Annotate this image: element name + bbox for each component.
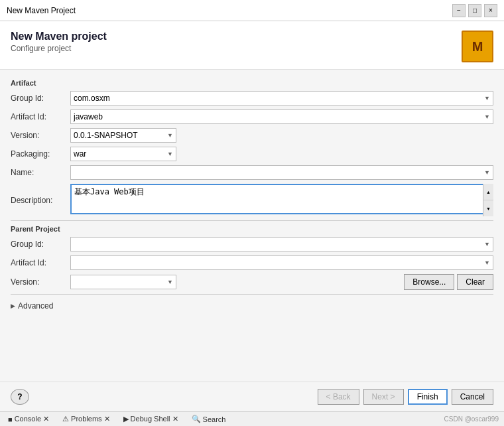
version-dropdown[interactable]: 0.0.1-SNAPSHOT ▼ xyxy=(70,128,176,143)
description-wrapper: 基本Java Web项目 ▲ ▼ xyxy=(70,184,493,216)
version-value: 0.0.1-SNAPSHOT xyxy=(74,131,138,140)
parent-group-id-row: Group Id: ▼ xyxy=(11,237,493,251)
cancel-button[interactable]: Cancel xyxy=(452,389,493,405)
packaging-dropdown[interactable]: war ▼ xyxy=(70,147,176,161)
window-controls: − □ × xyxy=(452,4,497,17)
artifact-section-header: Artifact xyxy=(11,79,493,87)
parent-artifact-id-row: Artifact Id: ▼ xyxy=(11,255,493,270)
advanced-section-header[interactable]: ▶ Advanced xyxy=(11,299,493,313)
packaging-value: war xyxy=(74,149,86,159)
group-id-arrow-icon: ▼ xyxy=(484,95,490,102)
next-button[interactable]: Next > xyxy=(363,389,404,405)
search-icon: 🔍 xyxy=(192,415,201,423)
debug-shell-tab[interactable]: ▶ Debug Shell ✕ xyxy=(121,414,181,424)
parent-version-row: Version: ▼ Browse... Clear xyxy=(11,274,493,290)
dialog-footer: ? < Back Next > Finish Cancel xyxy=(0,382,504,411)
description-spinners: ▲ ▼ xyxy=(483,184,493,216)
back-button[interactable]: < Back xyxy=(318,389,359,405)
dialog-content: Artifact Group Id: com.osxm ▼ Artifact I… xyxy=(0,70,504,382)
spinner-up-button[interactable]: ▲ xyxy=(483,184,493,200)
group-id-row: Group Id: com.osxm ▼ xyxy=(11,91,493,106)
artifact-id-label: Artifact Id: xyxy=(11,112,70,121)
search-label: Search xyxy=(203,415,226,423)
finish-button[interactable]: Finish xyxy=(408,389,448,405)
footer-buttons: < Back Next > Finish Cancel xyxy=(318,389,493,405)
description-label: Description: xyxy=(11,196,70,205)
name-dropdown[interactable]: ▼ xyxy=(70,165,493,180)
description-input[interactable]: 基本Java Web项目 xyxy=(70,184,493,214)
advanced-arrow-icon: ▶ xyxy=(11,303,15,309)
version-row: Version: 0.0.1-SNAPSHOT ▼ xyxy=(11,128,493,143)
artifact-id-arrow-icon: ▼ xyxy=(484,113,490,120)
name-arrow-icon: ▼ xyxy=(484,169,490,176)
dialog-header: New Maven project Configure project M xyxy=(0,21,504,70)
bottom-bar: ■ Console ✕ ⚠ Problems ✕ ▶ Debug Shell ✕… xyxy=(0,411,504,426)
title-bar: New Maven Project xyxy=(7,6,76,15)
parent-artifact-id-arrow-icon: ▼ xyxy=(484,259,490,266)
problems-label: Problems ✕ xyxy=(71,415,110,423)
artifact-id-dropdown[interactable]: javaweb ▼ xyxy=(70,109,493,124)
dialog-title: New Maven project xyxy=(11,31,107,42)
parent-version-arrow-icon: ▼ xyxy=(167,279,173,285)
artifact-id-value: javaweb xyxy=(74,112,103,121)
packaging-label: Packaging: xyxy=(11,149,70,159)
problems-icon: ⚠ xyxy=(62,415,69,423)
name-label: Name: xyxy=(11,168,70,177)
clear-button[interactable]: Clear xyxy=(457,274,493,290)
group-id-dropdown[interactable]: com.osxm ▼ xyxy=(70,91,493,106)
console-label: Console ✕ xyxy=(15,415,49,423)
search-tab[interactable]: 🔍 Search xyxy=(189,414,229,424)
group-id-label: Group Id: xyxy=(11,94,70,103)
maven-icon: M xyxy=(462,31,493,62)
console-icon: ■ xyxy=(8,415,13,423)
close-button[interactable]: × xyxy=(484,4,497,17)
artifact-id-row: Artifact Id: javaweb ▼ xyxy=(11,109,493,124)
parent-artifact-id-label: Artifact Id: xyxy=(11,258,70,267)
dialog-subtitle: Configure project xyxy=(11,44,107,53)
browse-button[interactable]: Browse... xyxy=(404,274,454,290)
parent-artifact-id-dropdown[interactable]: ▼ xyxy=(70,255,493,270)
name-row: Name: ▼ xyxy=(11,165,493,180)
debug-shell-label: Debug Shell ✕ xyxy=(131,415,178,423)
group-id-value: com.osxm xyxy=(74,94,110,103)
problems-tab[interactable]: ⚠ Problems ✕ xyxy=(60,414,113,424)
parent-project-section-header: Parent Project xyxy=(11,225,493,233)
advanced-label: Advanced xyxy=(18,301,53,311)
version-label: Version: xyxy=(11,131,70,140)
parent-version-label: Version: xyxy=(11,277,70,287)
watermark: CSDN @oscar999 xyxy=(444,415,499,423)
help-button[interactable]: ? xyxy=(11,389,29,405)
parent-group-id-dropdown[interactable]: ▼ xyxy=(70,237,493,251)
parent-version-dropdown[interactable]: ▼ xyxy=(70,275,176,289)
version-arrow-icon: ▼ xyxy=(167,132,173,139)
spinner-down-button[interactable]: ▼ xyxy=(483,200,493,216)
packaging-row: Packaging: war ▼ xyxy=(11,147,493,161)
description-row: Description: 基本Java Web项目 ▲ ▼ xyxy=(11,184,493,216)
parent-group-id-arrow-icon: ▼ xyxy=(484,241,490,248)
console-tab[interactable]: ■ Console ✕ xyxy=(5,414,52,424)
window-title: New Maven Project xyxy=(7,6,76,15)
debug-shell-icon: ▶ xyxy=(123,415,129,423)
minimize-button[interactable]: − xyxy=(452,4,466,17)
parent-group-id-label: Group Id: xyxy=(11,240,70,249)
packaging-arrow-icon: ▼ xyxy=(167,151,173,157)
section-divider-2 xyxy=(11,294,493,295)
section-divider-1 xyxy=(11,220,493,221)
maximize-button[interactable]: □ xyxy=(468,4,481,17)
